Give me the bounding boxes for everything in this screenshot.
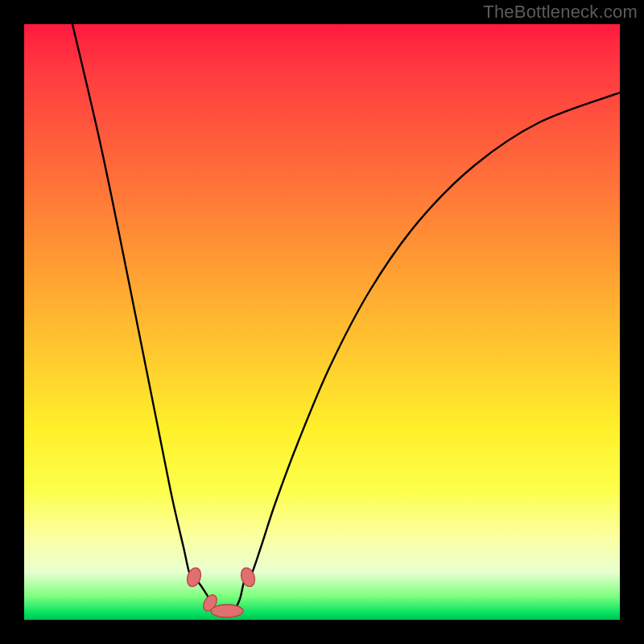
plot-area xyxy=(24,24,620,620)
bottleneck-curve xyxy=(72,24,620,611)
marker xyxy=(211,605,243,617)
chart-frame: TheBottleneck.com xyxy=(0,0,644,644)
curve-layer xyxy=(24,24,620,620)
data-markers xyxy=(185,566,258,617)
watermark-text: TheBottleneck.com xyxy=(483,2,638,23)
